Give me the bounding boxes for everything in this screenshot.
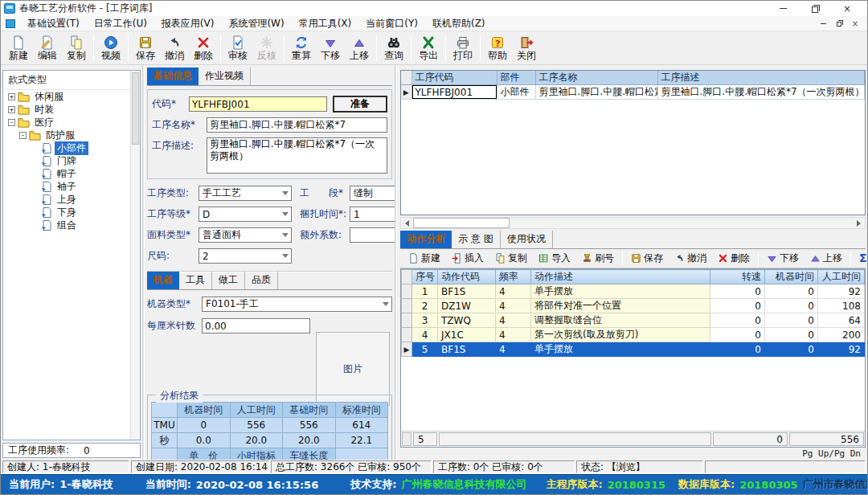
- print-button[interactable]: 打印: [448, 33, 477, 63]
- motion-row-selected[interactable]: ▶ 5 BF1S 4 单手摆放 0 0 92: [402, 342, 865, 357]
- save-button[interactable]: 保存: [131, 33, 160, 63]
- menu-basic-settings[interactable]: 基础设置(T): [20, 16, 87, 31]
- size-select[interactable]: 2: [199, 248, 292, 264]
- col-motion-code[interactable]: 动作代码: [438, 270, 496, 284]
- menu-tools[interactable]: 常用工具(X): [292, 16, 359, 31]
- scrollbar-thumb[interactable]: [413, 218, 510, 228]
- tree-node-hat[interactable]: 帽子: [6, 167, 130, 180]
- tab-usage-status[interactable]: 使用状况: [501, 231, 553, 248]
- col-machine-time[interactable]: 机器时间: [765, 270, 818, 284]
- motion-delete-button[interactable]: 删除: [713, 250, 755, 267]
- motion-row[interactable]: 1 BF1S 4 单手摆放 0 0 92: [402, 284, 865, 299]
- menu-daily-work[interactable]: 日常工作(U): [87, 16, 154, 31]
- motion-move-up-button[interactable]: 上移: [805, 250, 847, 267]
- motion-new-button[interactable]: 新建: [403, 250, 445, 267]
- expander-icon[interactable]: -: [8, 119, 15, 126]
- mdi-restore-button[interactable]: [835, 19, 843, 27]
- menu-current-window[interactable]: 当前窗口(Y): [358, 16, 425, 31]
- tree-node-medical[interactable]: - 医疗: [6, 116, 130, 129]
- process-type-select[interactable]: 手工工艺: [199, 186, 292, 201]
- move-down-button[interactable]: 下移: [316, 33, 345, 63]
- code-input[interactable]: [189, 96, 327, 112]
- machine-type-select[interactable]: F0101-手工: [202, 297, 392, 312]
- col-process-desc[interactable]: 工序描述: [657, 71, 865, 85]
- col-motion-desc[interactable]: 动作描述: [531, 270, 710, 284]
- motion-insert-button[interactable]: 插入: [447, 250, 489, 267]
- new-button[interactable]: 新建: [4, 33, 33, 63]
- scroll-left-arrow-icon[interactable]: [401, 218, 413, 228]
- tree-node-combination[interactable]: 组合: [6, 219, 130, 231]
- close-window-button[interactable]: 关闭: [512, 33, 541, 63]
- close-button[interactable]: ×: [841, 3, 853, 14]
- col-process-code[interactable]: 工序代码: [411, 71, 497, 85]
- process-grid-hscrollbar[interactable]: [400, 217, 866, 229]
- menu-help[interactable]: 联机帮助(Z): [425, 16, 493, 31]
- edit-button[interactable]: 编辑: [33, 33, 62, 63]
- col-seq[interactable]: 序号: [412, 270, 438, 284]
- scroll-right-arrow-icon[interactable]: [853, 218, 865, 228]
- tab-basic-info[interactable]: 基础信息: [147, 68, 199, 85]
- mdi-close-button[interactable]: ×: [851, 19, 859, 27]
- process-name-input[interactable]: [207, 117, 387, 133]
- motion-row[interactable]: 3 TZWQ 4 调整握取缝合位 0 0 64: [402, 313, 865, 328]
- extra-factor-select[interactable]: 0: [350, 227, 395, 243]
- motion-row[interactable]: 4 JX1C 4 第一次剪线(取及放剪刀) 0 0 200: [402, 328, 865, 342]
- tree-node-sleeve[interactable]: 袖子: [6, 180, 130, 193]
- tree-node-lower-body[interactable]: 下身: [6, 206, 130, 219]
- expander-icon[interactable]: +: [8, 93, 15, 100]
- motion-save-button[interactable]: 保存: [626, 250, 668, 267]
- col-process-name[interactable]: 工序名称: [535, 71, 657, 85]
- tree-node-fashion[interactable]: + 时装: [6, 103, 130, 116]
- tab-motion-analysis[interactable]: 动作分析: [400, 231, 452, 248]
- stitches-per-cm-input[interactable]: [202, 318, 310, 333]
- move-up-button[interactable]: 上移: [345, 33, 374, 63]
- tree-node-casual[interactable]: + 休闲服: [6, 90, 130, 103]
- ready-button[interactable]: 准备: [333, 96, 387, 112]
- video-button[interactable]: 视频: [96, 33, 125, 63]
- motion-copy-button[interactable]: 复制: [490, 250, 532, 267]
- motion-renumber-button[interactable]: 刷号: [577, 250, 619, 267]
- fabric-type-select[interactable]: 普通面料: [199, 227, 292, 243]
- minimize-button[interactable]: [777, 3, 788, 14]
- mdi-minimize-button[interactable]: [819, 19, 827, 27]
- expander-icon[interactable]: -: [19, 132, 27, 139]
- tab-diagram[interactable]: 示 意 图: [452, 231, 501, 248]
- menu-system[interactable]: 系统管理(W): [221, 16, 291, 31]
- audit-button[interactable]: 审核: [223, 33, 252, 63]
- col-labor-time[interactable]: 人工时间: [818, 270, 865, 284]
- tree-node-protective[interactable]: - 防护服: [6, 129, 130, 141]
- motion-row[interactable]: 2 DZ1W 4 将部件对准一个位置 0 0 108: [402, 299, 865, 313]
- work-stage-select[interactable]: 缝制: [350, 186, 395, 201]
- process-desc-textarea[interactable]: 剪里袖口.脚口.中腰.帽口松紧*7（一次剪两根）: [207, 137, 387, 174]
- tree-node-upper-body[interactable]: 上身: [6, 193, 130, 206]
- col-frequency[interactable]: 频率: [496, 270, 531, 284]
- undo-button[interactable]: 撤消: [160, 33, 189, 63]
- tree-node-doorplate[interactable]: 门牌: [6, 154, 130, 167]
- col-speed[interactable]: 转速: [710, 270, 765, 284]
- tab-tool[interactable]: 工具: [179, 272, 212, 289]
- help-button[interactable]: ? 帮助: [483, 33, 512, 63]
- col-component[interactable]: 部件: [497, 71, 535, 85]
- copy-button[interactable]: 复制: [62, 33, 91, 63]
- delete-button[interactable]: 删除: [189, 33, 218, 63]
- restore-button[interactable]: [809, 3, 821, 14]
- motion-import-button[interactable]: 导入: [534, 250, 575, 267]
- export-button[interactable]: 导出: [414, 33, 443, 63]
- tab-work-video[interactable]: 作业视频: [199, 68, 251, 85]
- tab-machine[interactable]: 机器: [147, 272, 179, 289]
- motion-undo-button[interactable]: 撤消: [669, 250, 711, 267]
- tree-scrollbar[interactable]: [130, 71, 140, 440]
- window-title: 春晓工艺分析软件 - [工序词库]: [19, 2, 152, 15]
- motion-move-down-button[interactable]: 下移: [762, 250, 804, 267]
- motion-statistics-button[interactable]: Σ统计: [854, 250, 868, 267]
- process-grade-select[interactable]: D: [199, 207, 292, 222]
- query-button[interactable]: 查询: [379, 33, 408, 63]
- recalculate-button[interactable]: 重算: [287, 33, 316, 63]
- process-row[interactable]: ▶ YLFHFBJ001 小部件 剪里袖口.脚口.中腰.帽口松紧*7 剪里袖口.…: [401, 85, 865, 100]
- tab-quality[interactable]: 品质: [245, 272, 278, 289]
- expander-icon[interactable]: +: [8, 106, 15, 113]
- tab-workmanship[interactable]: 做工: [212, 272, 245, 289]
- tree-node-small-parts[interactable]: 小部件: [6, 141, 130, 154]
- menu-reports[interactable]: 报表应用(V): [154, 16, 222, 31]
- bundle-time-select[interactable]: 1: [350, 207, 395, 222]
